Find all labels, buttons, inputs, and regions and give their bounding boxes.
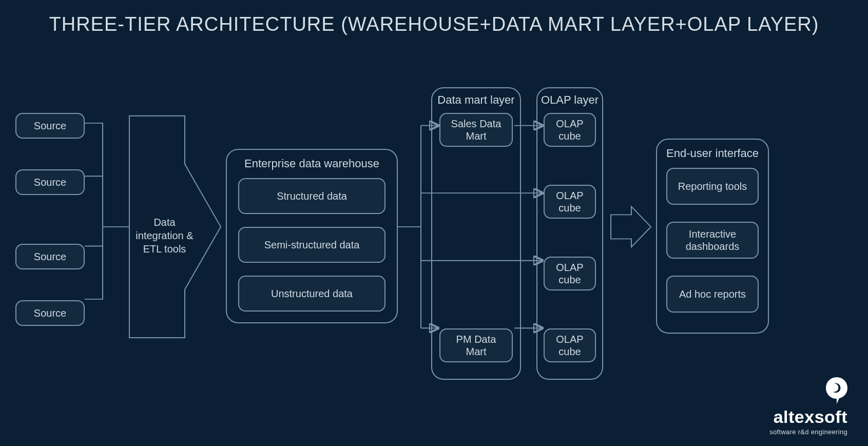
etl-label: Data integration & ETL tools [132,216,197,256]
olap-layer-container: OLAP layer OLAP cube OLAP cube OLAP cube… [536,87,603,380]
olap-cube-box: OLAP cube [544,113,596,147]
warehouse-item: Structured data [238,178,385,214]
olap-layer-title: OLAP layer [537,93,602,107]
source-box: Source [15,300,85,326]
end-user-item: Interactive dashboards [666,222,759,259]
data-mart-box: PM Data Mart [439,328,513,362]
brand-mark-icon [826,377,847,404]
warehouse-item: Semi-structured data [238,227,385,263]
warehouse-item: Unstructured data [238,276,385,312]
olap-cube-box: OLAP cube [544,257,596,290]
source-box: Source [15,244,85,269]
brand-tagline: software r&d engineering [769,428,847,436]
diagram-stage: Source Source Source Source Data integra… [0,82,868,410]
source-box: Source [15,113,85,139]
brand-name: altexsoft [769,407,847,427]
diagram-title: THREE-TIER ARCHITECTURE (WAREHOUSE+DATA … [0,0,868,37]
end-user-title: End-user interface [657,147,768,160]
end-user-item: Ad hoc reports [666,276,759,313]
source-box: Source [15,169,85,195]
end-user-container: End-user interface Reporting tools Inter… [656,139,769,334]
warehouse-title: Enterprise data warehouse [227,157,397,170]
data-mart-layer-container: Data mart layer Sales Data Mart PM Data … [431,87,521,380]
data-mart-layer-title: Data mart layer [432,93,520,107]
end-user-item: Reporting tools [666,168,759,205]
olap-cube-box: OLAP cube [544,185,596,219]
olap-cube-box: OLAP cube [544,328,596,362]
data-mart-box: Sales Data Mart [439,113,513,147]
brand-logo: altexsoft software r&d engineering [769,377,847,436]
warehouse-container: Enterprise data warehouse Structured dat… [226,149,398,323]
